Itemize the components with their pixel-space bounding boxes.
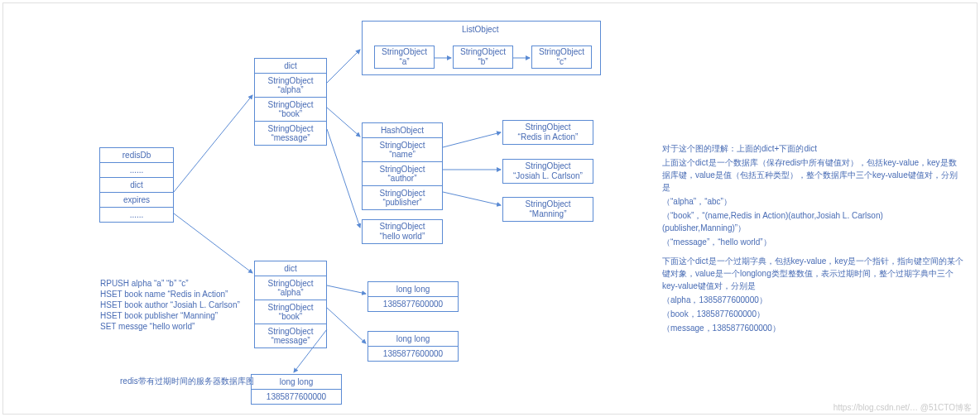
dict2-alpha: StringObject“alpha” <box>255 276 326 300</box>
list-item-b: StringObject“b” <box>453 46 513 69</box>
longlong-1: long long 1385877600000 <box>368 281 459 312</box>
exp2-l2: （alpha，1385877600000） <box>662 294 964 306</box>
redisdb-dots1: ...... <box>100 163 173 178</box>
longlong-3-value: 1385877600000 <box>252 390 341 404</box>
hashobject-stack: HashObject StringObject“name” StringObje… <box>362 122 443 210</box>
exp1-l2: 上面这个dict是一个数据库（保存redis中所有键值对），包括key-valu… <box>662 156 964 194</box>
hash-title: HashObject <box>363 123 442 138</box>
exp1-l3: （“alpha”，“abc”） <box>662 195 964 208</box>
watermark: https://blog.csdn.net/… @51CTO博客 <box>833 402 972 414</box>
diagram-caption: redis带有过期时间的服务器数据库图 <box>120 376 254 387</box>
cmd-set-message: SET messge “hello world” <box>100 322 270 331</box>
hash-value-author: StringObject“Josiah L. Carlson” <box>502 159 593 184</box>
longlong-2-value: 1385877600000 <box>368 347 458 361</box>
exp2-l4: （message，1385877600000） <box>662 322 964 334</box>
cmd-hset-publisher: HSET book publisher “Manning” <box>100 311 270 320</box>
hash-author: StringObject“author” <box>363 162 442 186</box>
redisdb-expires: expires <box>100 193 173 208</box>
redisdb-dots2: ...... <box>100 208 173 222</box>
explain-block-2: 下面这个dict是一个过期字典，包括key-value，key是一个指针，指向键… <box>662 253 964 336</box>
list-item-c: StringObject“c” <box>531 46 592 69</box>
longlong-3: long long 1385877600000 <box>251 374 342 405</box>
longlong-1-title: long long <box>368 282 458 297</box>
list-item-a: StringObject“a” <box>374 46 435 69</box>
exp2-l3: （book，1385877600000） <box>662 308 964 320</box>
commands-block: RPUSH alpha “a” “b” “c” HSET book name “… <box>100 277 270 333</box>
dict2-stack: dict StringObject“alpha” StringObject“bo… <box>254 261 327 348</box>
dict1-alpha: StringObject“alpha” <box>255 74 326 98</box>
cmd-hset-author: HSET book author “Josiah L. Carlson” <box>100 300 270 309</box>
exp1-l1: 对于这个图的理解：上面的dict+下面的dict <box>662 142 964 155</box>
longlong-1-value: 1385877600000 <box>368 297 458 311</box>
dict1-message: StringObject“message” <box>255 122 326 145</box>
dict1-title: dict <box>255 59 326 74</box>
longlong-2: long long 1385877600000 <box>368 331 459 362</box>
redisdb-dict: dict <box>100 178 173 193</box>
hello-world-box: StringObject“hello world” <box>362 219 443 244</box>
dict2-book: StringObject“book” <box>255 300 326 324</box>
longlong-3-title: long long <box>252 375 341 390</box>
hash-value-publisher: StringObject“Manning” <box>502 197 593 222</box>
exp1-l5: （“message”，“hello world”） <box>662 236 964 248</box>
explain-block-1: 对于这个图的理解：上面的dict+下面的dict 上面这个dict是一个数据库（… <box>662 141 964 250</box>
dict2-title: dict <box>255 261 326 276</box>
hash-publisher: StringObject“publisher” <box>363 186 442 209</box>
redisdb-title: redisDb <box>100 148 173 163</box>
hash-name: StringObject“name” <box>363 138 442 162</box>
redisdb-stack: redisDb ...... dict expires ...... <box>99 147 174 223</box>
exp1-l4: （“book”，“(name,Redis in Action)(author,J… <box>662 209 964 234</box>
longlong-2-title: long long <box>368 332 458 347</box>
dict1-stack: dict StringObject“alpha” StringObject“bo… <box>254 58 327 146</box>
dict1-book: StringObject“book” <box>255 98 326 122</box>
dict2-message: StringObject“message” <box>255 324 326 348</box>
cmd-rpush: RPUSH alpha “a” “b” “c” <box>100 279 270 288</box>
hash-value-name: StringObject“Redis in Action” <box>502 120 593 145</box>
listobject-title: ListObject <box>462 25 498 34</box>
cmd-hset-name: HSET book name “Redis in Action” <box>100 290 270 299</box>
exp2-l1: 下面这个dict是一个过期字典，包括key-value，key是一个指针，指向键… <box>662 255 964 292</box>
